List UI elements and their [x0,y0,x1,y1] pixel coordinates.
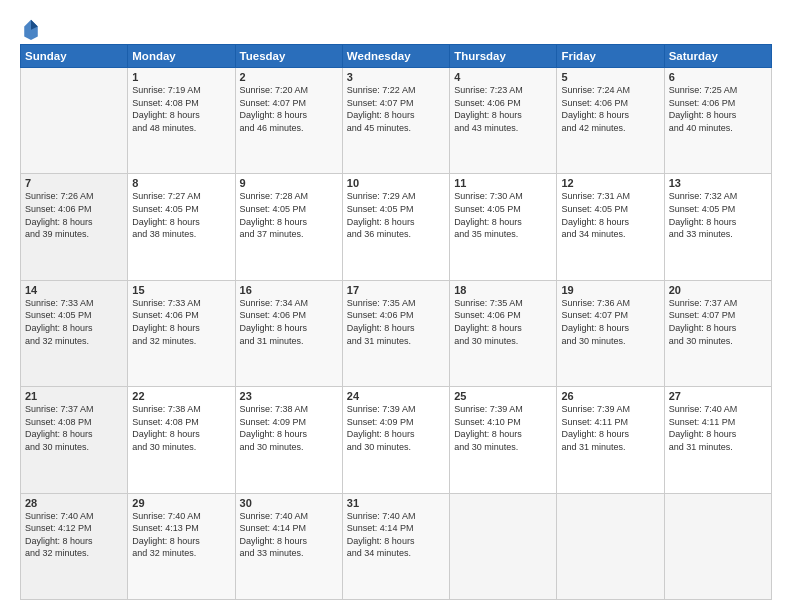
day-info: Sunrise: 7:33 AMSunset: 4:05 PMDaylight:… [25,297,123,347]
day-number: 8 [132,177,230,189]
weekday-header-saturday: Saturday [664,45,771,68]
day-number: 21 [25,390,123,402]
day-number: 7 [25,177,123,189]
day-info: Sunrise: 7:39 AMSunset: 4:10 PMDaylight:… [454,403,552,453]
day-number: 24 [347,390,445,402]
calendar-cell [557,493,664,599]
day-info: Sunrise: 7:39 AMSunset: 4:09 PMDaylight:… [347,403,445,453]
calendar-cell: 16Sunrise: 7:34 AMSunset: 4:06 PMDayligh… [235,280,342,386]
weekday-header-friday: Friday [557,45,664,68]
weekday-header-thursday: Thursday [450,45,557,68]
calendar-week-5: 28Sunrise: 7:40 AMSunset: 4:12 PMDayligh… [21,493,772,599]
day-info: Sunrise: 7:19 AMSunset: 4:08 PMDaylight:… [132,84,230,134]
day-info: Sunrise: 7:33 AMSunset: 4:06 PMDaylight:… [132,297,230,347]
day-number: 25 [454,390,552,402]
calendar-body: 1Sunrise: 7:19 AMSunset: 4:08 PMDaylight… [21,68,772,600]
day-number: 20 [669,284,767,296]
calendar-cell: 24Sunrise: 7:39 AMSunset: 4:09 PMDayligh… [342,387,449,493]
day-number: 17 [347,284,445,296]
calendar-cell: 7Sunrise: 7:26 AMSunset: 4:06 PMDaylight… [21,174,128,280]
calendar-cell: 10Sunrise: 7:29 AMSunset: 4:05 PMDayligh… [342,174,449,280]
calendar-cell: 8Sunrise: 7:27 AMSunset: 4:05 PMDaylight… [128,174,235,280]
day-number: 16 [240,284,338,296]
day-info: Sunrise: 7:37 AMSunset: 4:07 PMDaylight:… [669,297,767,347]
day-info: Sunrise: 7:38 AMSunset: 4:08 PMDaylight:… [132,403,230,453]
calendar-cell: 19Sunrise: 7:36 AMSunset: 4:07 PMDayligh… [557,280,664,386]
calendar-cell: 26Sunrise: 7:39 AMSunset: 4:11 PMDayligh… [557,387,664,493]
calendar-cell: 30Sunrise: 7:40 AMSunset: 4:14 PMDayligh… [235,493,342,599]
day-info: Sunrise: 7:37 AMSunset: 4:08 PMDaylight:… [25,403,123,453]
logo-icon [22,18,40,40]
day-info: Sunrise: 7:40 AMSunset: 4:14 PMDaylight:… [347,510,445,560]
calendar-cell [664,493,771,599]
calendar-cell [21,68,128,174]
weekday-header-monday: Monday [128,45,235,68]
calendar-cell: 31Sunrise: 7:40 AMSunset: 4:14 PMDayligh… [342,493,449,599]
day-info: Sunrise: 7:40 AMSunset: 4:11 PMDaylight:… [669,403,767,453]
logo [20,20,40,40]
day-number: 18 [454,284,552,296]
calendar-table: SundayMondayTuesdayWednesdayThursdayFrid… [20,44,772,600]
calendar-cell: 9Sunrise: 7:28 AMSunset: 4:05 PMDaylight… [235,174,342,280]
weekday-header-sunday: Sunday [21,45,128,68]
day-number: 10 [347,177,445,189]
day-number: 6 [669,71,767,83]
day-number: 23 [240,390,338,402]
calendar-week-3: 14Sunrise: 7:33 AMSunset: 4:05 PMDayligh… [21,280,772,386]
weekday-header-tuesday: Tuesday [235,45,342,68]
day-number: 3 [347,71,445,83]
day-info: Sunrise: 7:40 AMSunset: 4:12 PMDaylight:… [25,510,123,560]
day-info: Sunrise: 7:36 AMSunset: 4:07 PMDaylight:… [561,297,659,347]
calendar-cell: 2Sunrise: 7:20 AMSunset: 4:07 PMDaylight… [235,68,342,174]
day-number: 2 [240,71,338,83]
day-info: Sunrise: 7:39 AMSunset: 4:11 PMDaylight:… [561,403,659,453]
day-info: Sunrise: 7:40 AMSunset: 4:13 PMDaylight:… [132,510,230,560]
calendar-cell: 11Sunrise: 7:30 AMSunset: 4:05 PMDayligh… [450,174,557,280]
day-number: 9 [240,177,338,189]
calendar-cell: 22Sunrise: 7:38 AMSunset: 4:08 PMDayligh… [128,387,235,493]
day-number: 22 [132,390,230,402]
page: SundayMondayTuesdayWednesdayThursdayFrid… [0,0,792,612]
calendar-cell: 6Sunrise: 7:25 AMSunset: 4:06 PMDaylight… [664,68,771,174]
calendar-cell [450,493,557,599]
calendar-cell: 5Sunrise: 7:24 AMSunset: 4:06 PMDaylight… [557,68,664,174]
day-info: Sunrise: 7:40 AMSunset: 4:14 PMDaylight:… [240,510,338,560]
day-number: 19 [561,284,659,296]
calendar-cell: 14Sunrise: 7:33 AMSunset: 4:05 PMDayligh… [21,280,128,386]
day-info: Sunrise: 7:31 AMSunset: 4:05 PMDaylight:… [561,190,659,240]
day-info: Sunrise: 7:29 AMSunset: 4:05 PMDaylight:… [347,190,445,240]
day-info: Sunrise: 7:30 AMSunset: 4:05 PMDaylight:… [454,190,552,240]
calendar-cell: 29Sunrise: 7:40 AMSunset: 4:13 PMDayligh… [128,493,235,599]
calendar-header: SundayMondayTuesdayWednesdayThursdayFrid… [21,45,772,68]
day-number: 13 [669,177,767,189]
calendar-cell: 12Sunrise: 7:31 AMSunset: 4:05 PMDayligh… [557,174,664,280]
day-number: 30 [240,497,338,509]
calendar-cell: 27Sunrise: 7:40 AMSunset: 4:11 PMDayligh… [664,387,771,493]
day-info: Sunrise: 7:38 AMSunset: 4:09 PMDaylight:… [240,403,338,453]
day-number: 29 [132,497,230,509]
header [20,18,772,40]
day-number: 12 [561,177,659,189]
day-number: 15 [132,284,230,296]
calendar-cell: 13Sunrise: 7:32 AMSunset: 4:05 PMDayligh… [664,174,771,280]
calendar-cell: 3Sunrise: 7:22 AMSunset: 4:07 PMDaylight… [342,68,449,174]
calendar-cell: 4Sunrise: 7:23 AMSunset: 4:06 PMDaylight… [450,68,557,174]
calendar-week-4: 21Sunrise: 7:37 AMSunset: 4:08 PMDayligh… [21,387,772,493]
day-info: Sunrise: 7:24 AMSunset: 4:06 PMDaylight:… [561,84,659,134]
calendar-cell: 18Sunrise: 7:35 AMSunset: 4:06 PMDayligh… [450,280,557,386]
calendar-week-2: 7Sunrise: 7:26 AMSunset: 4:06 PMDaylight… [21,174,772,280]
day-info: Sunrise: 7:22 AMSunset: 4:07 PMDaylight:… [347,84,445,134]
day-number: 11 [454,177,552,189]
day-number: 28 [25,497,123,509]
day-info: Sunrise: 7:32 AMSunset: 4:05 PMDaylight:… [669,190,767,240]
calendar-cell: 23Sunrise: 7:38 AMSunset: 4:09 PMDayligh… [235,387,342,493]
day-info: Sunrise: 7:28 AMSunset: 4:05 PMDaylight:… [240,190,338,240]
day-info: Sunrise: 7:20 AMSunset: 4:07 PMDaylight:… [240,84,338,134]
weekday-header-wednesday: Wednesday [342,45,449,68]
day-info: Sunrise: 7:26 AMSunset: 4:06 PMDaylight:… [25,190,123,240]
day-number: 1 [132,71,230,83]
day-number: 31 [347,497,445,509]
day-info: Sunrise: 7:35 AMSunset: 4:06 PMDaylight:… [454,297,552,347]
calendar-cell: 20Sunrise: 7:37 AMSunset: 4:07 PMDayligh… [664,280,771,386]
calendar-cell: 17Sunrise: 7:35 AMSunset: 4:06 PMDayligh… [342,280,449,386]
